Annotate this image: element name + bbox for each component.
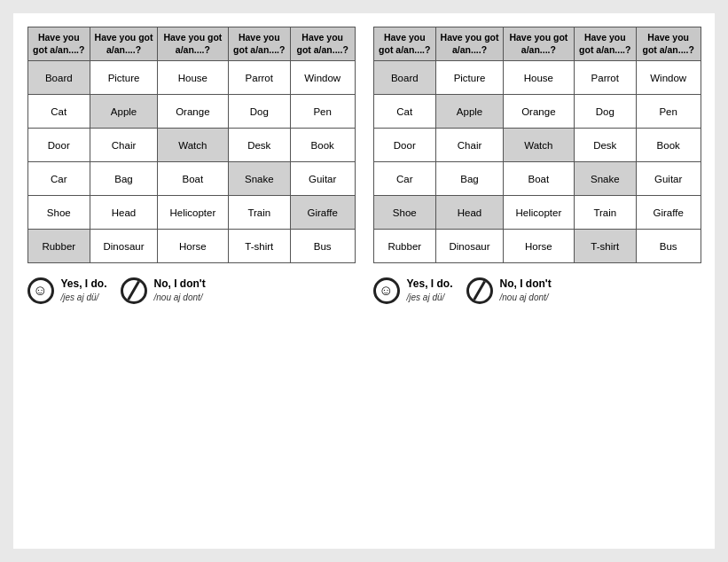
table-cell: Bus xyxy=(290,230,355,263)
table-cell: Picture xyxy=(90,61,158,95)
right-grid: Have you got a/an....? Have you got a/an… xyxy=(373,27,701,263)
left-no-phonetic: /nou aj dont/ xyxy=(154,292,206,304)
table-cell: Board xyxy=(373,61,436,95)
left-no-label: No, I don't xyxy=(154,277,206,292)
table-cell: Parrot xyxy=(574,61,636,95)
table-row: RubberDinosaurHorseT-shirtBus xyxy=(373,230,701,263)
right-yes-text: Yes, I do. /jes aj dü/ xyxy=(407,277,453,304)
table-row: DoorChairWatchDeskBook xyxy=(27,129,355,162)
table-cell: Boat xyxy=(158,162,229,196)
table-row: CatAppleOrangeDogPen xyxy=(27,95,355,129)
table-cell: Dinosaur xyxy=(436,230,504,263)
table-cell: Cat xyxy=(27,95,90,129)
table-cell: Train xyxy=(228,196,290,230)
table-row: CatAppleOrangeDogPen xyxy=(373,95,701,129)
table-cell: T-shirt xyxy=(228,230,290,263)
table-cell: Desk xyxy=(228,129,290,162)
table-cell: Bag xyxy=(436,162,504,196)
table-cell: Boat xyxy=(504,162,575,196)
right-table: Have you got a/an....? Have you got a/an… xyxy=(373,27,701,263)
table-cell: Door xyxy=(373,129,436,162)
no-icon-line-left xyxy=(125,277,143,304)
right-no-label: No, I don't xyxy=(500,277,552,292)
table-cell: Head xyxy=(90,196,158,230)
table-cell: Car xyxy=(27,162,90,196)
footer-row: ☺ Yes, I do. /jes aj dü/ No, I don't /no… xyxy=(27,272,701,308)
right-header-5: Have you got a/an....? xyxy=(636,27,701,61)
right-yes-item: ☺ Yes, I do. /jes aj dü/ xyxy=(373,277,453,304)
table-cell: House xyxy=(504,61,575,95)
table-cell: Rubber xyxy=(27,230,90,263)
table-cell: Picture xyxy=(436,61,504,95)
table-cell: Giraffe xyxy=(636,196,701,230)
table-cell: Chair xyxy=(90,129,158,162)
left-footer: ☺ Yes, I do. /jes aj dü/ No, I don't /no… xyxy=(27,272,356,308)
table-cell: T-shirt xyxy=(574,230,636,263)
table-cell: Pen xyxy=(636,95,701,129)
table-cell: Horse xyxy=(504,230,575,263)
table-cell: Orange xyxy=(158,95,229,129)
table-cell: Dinosaur xyxy=(90,230,158,263)
right-footer: ☺ Yes, I do. /jes aj dü/ No, I don't /no… xyxy=(373,272,701,308)
left-yes-item: ☺ Yes, I do. /jes aj dü/ xyxy=(27,277,107,304)
right-header-2: Have you got a/an....? xyxy=(436,27,504,61)
table-row: CarBagBoatSnakeGuitar xyxy=(27,162,355,196)
table-cell: Head xyxy=(436,196,504,230)
no-icon-line-right xyxy=(471,277,489,304)
table-cell: Board xyxy=(27,61,90,95)
table-cell: Train xyxy=(574,196,636,230)
table-row: CarBagBoatSnakeGuitar xyxy=(373,162,701,196)
left-header-2: Have you got a/an....? xyxy=(90,27,158,61)
table-cell: Snake xyxy=(228,162,290,196)
table-cell: Book xyxy=(290,129,355,162)
table-cell: Car xyxy=(373,162,436,196)
table-cell: Book xyxy=(636,129,701,162)
left-grid: Have you got a/an....? Have you got a/an… xyxy=(27,27,356,263)
table-cell: Shoe xyxy=(27,196,90,230)
table-cell: Snake xyxy=(574,162,636,196)
table-cell: Horse xyxy=(158,230,229,263)
table-cell: Bag xyxy=(90,162,158,196)
right-header-3: Have you got a/an....? xyxy=(504,27,575,61)
table-cell: Dog xyxy=(228,95,290,129)
right-no-item: No, I don't /nou aj dont/ xyxy=(466,277,552,304)
left-header-5: Have you got a/an....? xyxy=(290,27,355,61)
left-header-4: Have you got a/an....? xyxy=(228,27,290,61)
left-no-text: No, I don't /nou aj dont/ xyxy=(154,277,206,304)
no-circle-icon-left xyxy=(121,277,147,304)
table-cell: Desk xyxy=(574,129,636,162)
table-row: BoardPictureHouseParrotWindow xyxy=(27,61,355,95)
table-cell: Orange xyxy=(504,95,575,129)
table-row: BoardPictureHouseParrotWindow xyxy=(373,61,701,95)
right-header-4: Have you got a/an....? xyxy=(574,27,636,61)
table-cell: Helicopter xyxy=(158,196,229,230)
table-row: DoorChairWatchDeskBook xyxy=(373,129,701,162)
right-no-phonetic: /nou aj dont/ xyxy=(500,292,552,304)
table-cell: Guitar xyxy=(290,162,355,196)
table-cell: Giraffe xyxy=(290,196,355,230)
left-table: Have you got a/an....? Have you got a/an… xyxy=(27,27,356,263)
table-cell: Window xyxy=(636,61,701,95)
right-no-text: No, I don't /nou aj dont/ xyxy=(500,277,552,304)
table-cell: Door xyxy=(27,129,90,162)
table-cell: Watch xyxy=(158,129,229,162)
left-header-1: Have you got a/an....? xyxy=(27,27,90,61)
table-cell: Rubber xyxy=(373,230,436,263)
table-row: ShoeHeadHelicopterTrainGiraffe xyxy=(27,196,355,230)
table-cell: Shoe xyxy=(373,196,436,230)
table-cell: Bus xyxy=(636,230,701,263)
no-circle-icon-right xyxy=(466,277,493,304)
left-yes-phonetic: /jes aj dü/ xyxy=(61,292,107,304)
right-yes-label: Yes, I do. xyxy=(407,277,453,292)
table-row: RubberDinosaurHorseT-shirtBus xyxy=(27,230,355,263)
table-cell: Chair xyxy=(436,129,504,162)
table-cell: Watch xyxy=(504,129,575,162)
table-cell: Pen xyxy=(290,95,355,129)
table-cell: House xyxy=(158,61,229,95)
yes-smiley-icon-left: ☺ xyxy=(27,277,54,304)
left-header-3: Have you got a/an....? xyxy=(158,27,229,61)
table-cell: Apple xyxy=(436,95,504,129)
table-cell: Parrot xyxy=(228,61,290,95)
right-header-1: Have you got a/an....? xyxy=(373,27,436,61)
grids-row: Have you got a/an....? Have you got a/an… xyxy=(27,27,701,263)
